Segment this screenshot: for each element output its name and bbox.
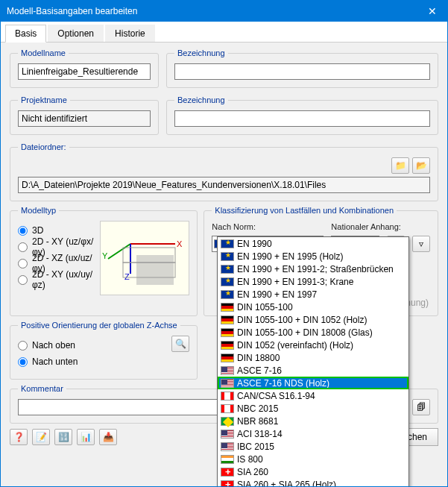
ca-flag-icon [221, 404, 234, 413]
modell-bez-legend: Bezeichnung [174, 48, 228, 57]
us-flag-icon [221, 379, 234, 388]
us-flag-icon [221, 442, 234, 451]
norm-option[interactable]: DIN 18800 [218, 351, 408, 364]
edit-button[interactable]: 📝 [32, 429, 50, 445]
dialog-window: Modell-Basisangaben bearbeiten ✕ Basis O… [0, 0, 448, 487]
br-flag-icon [221, 417, 234, 426]
norm-option[interactable]: SIA 260 [218, 465, 408, 478]
radio-2d-xy-u[interactable]: 2D - XY (ux/uy/φz) [18, 273, 94, 286]
modelltyp-legend: Modelltyp [18, 206, 59, 215]
zaxis-group: Positive Orientierung der globalen Z-Ach… [10, 321, 198, 380]
norm-option[interactable]: IBC 2015 [218, 440, 408, 453]
eu-flag-icon [221, 239, 234, 248]
norm-dropdown-panel[interactable]: EN 1990EN 1990 + EN 1995 (Holz)EN 1990 +… [217, 236, 409, 486]
zaxis-legend: Positive Orientierung der globalen Z-Ach… [18, 321, 180, 330]
de-flag-icon [221, 315, 234, 324]
zaxis-info-button[interactable]: 🔍 [171, 336, 189, 352]
dateiordner-legend: Dateiordner: [18, 142, 69, 151]
norm-label: Nach Norm: [212, 222, 324, 231]
norm-option[interactable]: DIN 1055-100 + DIN 18008 (Glas) [218, 326, 408, 339]
norm-option[interactable]: DIN 1052 (vereinfacht) (Holz) [218, 339, 408, 351]
modelltyp-preview: X Y Z [100, 221, 189, 295]
norm-option[interactable]: ASCE 7-16 [218, 364, 408, 377]
folder-browse-1-button[interactable]: 📁 [391, 157, 409, 174]
tabstrip: Basis Optionen Historie [1, 22, 447, 43]
tab-basis[interactable]: Basis [5, 25, 46, 43]
ch-flag-icon [221, 480, 234, 487]
projektname-legend: Projektname [18, 95, 70, 104]
radio-z-oben[interactable]: Nach oben [18, 339, 171, 352]
ch-flag-icon [221, 468, 234, 477]
norm-option[interactable]: EN 1990 + EN 1997 [218, 288, 408, 301]
anhang-label: Nationaler Anhang: [331, 222, 430, 231]
modellname-legend: Modellname [18, 48, 69, 57]
svg-rect-6 [136, 255, 174, 285]
eu-flag-icon [221, 277, 234, 286]
radio-2d-xz[interactable]: 2D - XZ (ux/uz/φy) [18, 257, 94, 270]
content-area: Modellname Bezeichnung Projektname Bezei… [1, 43, 447, 486]
close-button[interactable]: ✕ [417, 1, 447, 22]
svg-text:Z: Z [124, 272, 130, 281]
export-button[interactable]: 📊 [77, 429, 95, 445]
svg-text:X: X [177, 239, 183, 248]
eu-flag-icon [221, 265, 234, 274]
norm-option[interactable]: ASCE 7-16 NDS (Holz) [218, 377, 408, 389]
titlebar: Modell-Basisangaben bearbeiten ✕ [1, 1, 447, 22]
de-flag-icon [221, 328, 234, 337]
in-flag-icon [221, 455, 234, 464]
norm-option[interactable]: SIA 260 + SIA 265 (Holz) [218, 478, 408, 486]
projekt-bez-legend: Bezeichnung [174, 95, 228, 104]
modellname-group: Modellname [10, 48, 159, 88]
dateiordner-group: Dateiordner: 📁 📂 [10, 142, 438, 201]
projekt-bez-input[interactable] [174, 110, 430, 127]
norm-option[interactable]: DIN 1055-100 + DIN 1052 (Holz) [218, 313, 408, 326]
norm-option[interactable]: EN 1990 + EN 1991-2; Straßenbrücken [218, 263, 408, 275]
eu-flag-icon [221, 290, 234, 299]
norm-option[interactable]: ACI 318-14 [218, 427, 408, 440]
modell-bez-input[interactable] [174, 63, 430, 80]
eu-flag-icon [221, 252, 234, 261]
projekt-bezeichnung-group: Bezeichnung [166, 95, 438, 135]
kommentar-legend: Kommentar [18, 384, 66, 393]
import-button[interactable]: 📥 [99, 429, 117, 445]
radio-z-unten[interactable]: Nach unten [18, 355, 171, 368]
de-flag-icon [221, 354, 234, 362]
de-flag-icon [221, 341, 234, 350]
norm-option[interactable]: IS 800 [218, 453, 408, 465]
folder-browse-2-button[interactable]: 📂 [412, 157, 430, 174]
norm-filter-button[interactable]: ▿ [412, 236, 430, 252]
de-flag-icon [221, 303, 234, 312]
svg-text:Y: Y [102, 251, 108, 260]
svg-line-2 [108, 244, 130, 259]
radio-3d[interactable]: 3D [18, 224, 94, 237]
window-title: Modell-Basisangaben bearbeiten [7, 6, 137, 16]
modelltyp-group: Modelltyp 3D 2D - XY (uz/φx/φy) 2D - XZ … [10, 206, 198, 316]
modell-bezeichnung-group: Bezeichnung [166, 48, 438, 88]
norm-option[interactable]: EN 1990 + EN 1995 (Holz) [218, 250, 408, 263]
modellname-input[interactable] [18, 63, 151, 80]
norm-option[interactable]: EN 1990 + EN 1991-3; Krane [218, 275, 408, 288]
us-flag-icon [221, 430, 234, 439]
dateiordner-input[interactable] [18, 177, 430, 193]
norm-option[interactable]: EN 1990 [218, 237, 408, 250]
norm-option[interactable]: CAN/CSA S16.1-94 [218, 389, 408, 402]
radio-2d-xy[interactable]: 2D - XY (uz/φx/φy) [18, 240, 94, 254]
us-flag-icon [221, 366, 234, 375]
projektname-group: Projektname [10, 95, 159, 135]
units-button[interactable]: 🔢 [54, 429, 72, 445]
ca-flag-icon [221, 392, 234, 400]
tab-optionen[interactable]: Optionen [48, 25, 104, 42]
help-button[interactable]: ❓ [10, 429, 28, 445]
kommentar-library-button[interactable]: 🗐 [412, 399, 430, 415]
norm-option[interactable]: NBC 2015 [218, 402, 408, 415]
tab-historie[interactable]: Historie [105, 25, 155, 42]
projektname-input[interactable] [18, 110, 151, 127]
klass-legend: Klassifizierung von Lastfällen und Kombi… [212, 206, 397, 215]
norm-option[interactable]: NBR 8681 [218, 415, 408, 427]
norm-option[interactable]: DIN 1055-100 [218, 301, 408, 313]
